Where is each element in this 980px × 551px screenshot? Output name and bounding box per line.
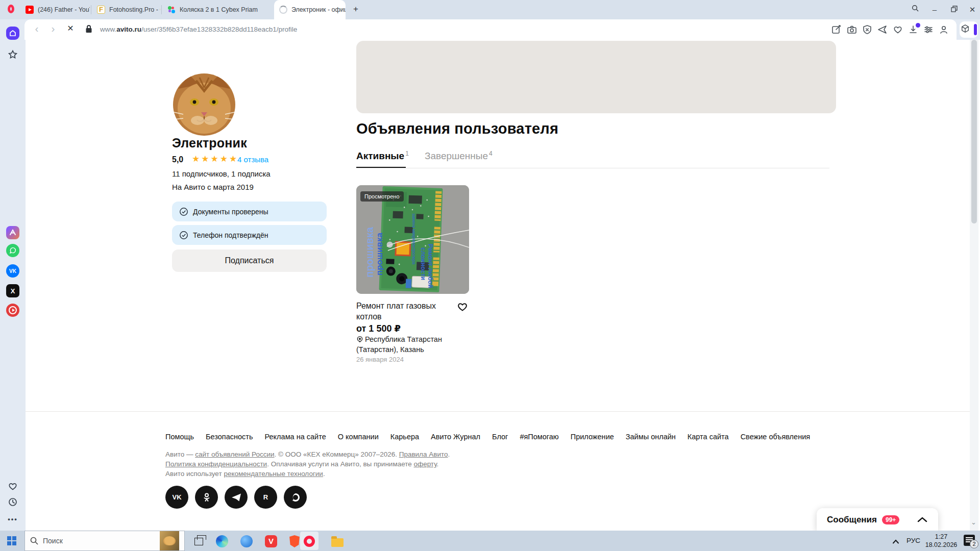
search-icon <box>30 537 38 545</box>
footer-link-loans[interactable]: Займы онлайн <box>626 433 676 441</box>
blue-app-icon[interactable] <box>240 535 253 548</box>
aria-ai-icon[interactable] <box>6 226 19 239</box>
windows-start-button[interactable] <box>7 536 16 545</box>
sidebar-heart-icon[interactable] <box>6 480 19 493</box>
footer-link-ads[interactable]: Реклама на сайте <box>265 433 326 441</box>
send-to-flow-icon[interactable] <box>877 24 889 36</box>
scrollbar-thumb[interactable] <box>971 40 977 223</box>
listing-photo[interactable]: Просмотрено прошивка прошивка замена мик… <box>356 185 469 294</box>
forward-button[interactable]: › <box>47 22 59 35</box>
rutube-social-icon[interactable]: R <box>254 486 277 509</box>
notification-center-icon[interactable]: 2 <box>964 535 975 546</box>
tab-fotohosting[interactable]: F Fotohosting.Pro - Фотохо <box>92 0 160 19</box>
footer-link-blog[interactable]: Блог <box>492 433 508 441</box>
tray-language[interactable]: РУС <box>906 537 920 544</box>
avatar[interactable] <box>173 73 235 136</box>
footer-link-ihelp[interactable]: #яПомогаю <box>520 433 558 441</box>
tab-kolyaska[interactable]: Коляска 2 в 1 Cybex Priam <box>162 0 273 19</box>
legal-link[interactable]: оферту <box>414 460 437 468</box>
profile-person-icon[interactable] <box>939 24 950 36</box>
snapshot-camera-icon[interactable] <box>847 24 858 36</box>
file-explorer-icon[interactable] <box>331 535 344 548</box>
footer-link-sitemap[interactable]: Карта сайта <box>688 433 729 441</box>
chrome-search-icon[interactable] <box>910 4 921 15</box>
badge-phone-verified: Телефон подтверждён <box>172 225 327 245</box>
legal-link[interactable]: Правила Авито <box>399 450 448 458</box>
listing-location: Республика Татарстан(Татарстан), Казань <box>356 334 453 355</box>
legal-link[interactable]: сайт объявлений России <box>195 450 274 458</box>
tray-expand-chevron[interactable] <box>889 535 902 548</box>
tray-date: 18.02.2026 <box>922 541 961 549</box>
avito-dots-icon <box>167 6 176 14</box>
tab-label: (246) Father - YouTube <box>38 6 90 13</box>
ok-social-icon[interactable] <box>195 486 218 509</box>
search-highlight-image[interactable] <box>160 531 179 550</box>
stop-loading-button[interactable]: ✕ <box>64 23 77 33</box>
messages-widget[interactable]: Сообщения 99+ <box>817 508 938 531</box>
scrollbar-down-arrow[interactable]: ⌄ <box>971 518 976 526</box>
vivaldi-browser-icon[interactable]: V <box>264 535 278 548</box>
edge-browser-icon[interactable] <box>215 535 229 548</box>
taskbar-search-box[interactable]: Поиск <box>24 531 185 551</box>
footer-link-about[interactable]: О компании <box>338 433 379 441</box>
bookmarks-star-icon[interactable] <box>6 48 19 61</box>
opera-logo-icon[interactable] <box>8 5 14 13</box>
watermark-right-2: сложности <box>420 247 427 280</box>
new-tab-button[interactable]: + <box>350 4 361 15</box>
favorite-heart-icon[interactable] <box>457 302 468 314</box>
subscribe-button[interactable]: Подписаться <box>172 249 327 272</box>
x-twitter-icon[interactable]: X <box>6 284 19 297</box>
chevron-up-icon[interactable] <box>917 515 928 524</box>
search-placeholder: Поиск <box>43 537 63 545</box>
telegram-social-icon[interactable] <box>225 486 248 509</box>
whatsapp-icon[interactable] <box>6 244 19 257</box>
lock-icon[interactable] <box>85 24 93 36</box>
legal-link[interactable]: рекомендательные технологии <box>224 470 323 478</box>
brave-browser-icon[interactable] <box>288 535 301 548</box>
vk-icon[interactable]: VK <box>6 264 19 278</box>
sidebar-more-icon[interactable]: ••• <box>6 512 19 525</box>
tab-active-listings[interactable]: Активные1 <box>356 150 409 162</box>
profile-cover-banner <box>356 41 836 113</box>
back-button[interactable]: ‹ <box>31 22 43 35</box>
listing-title[interactable]: Ремонт плат газовыхкотлов <box>356 300 448 322</box>
footer-link-journal[interactable]: Авито Журнал <box>431 433 480 441</box>
footer-link-career[interactable]: Карьера <box>390 433 419 441</box>
badge-documents-verified: Документы проверены <box>172 202 327 221</box>
tab-separator <box>91 5 91 14</box>
extensions-cube-icon[interactable] <box>961 24 972 35</box>
check-circle-icon <box>179 231 188 240</box>
edit-page-icon[interactable] <box>831 24 843 36</box>
history-clock-icon[interactable] <box>6 495 19 509</box>
video-player-icon[interactable] <box>6 304 19 317</box>
footer-link-safety[interactable]: Безопасность <box>206 433 253 441</box>
watermark-left-outer: прошивка <box>364 227 376 278</box>
minimize-button[interactable]: – <box>929 4 940 15</box>
tray-clock[interactable]: 1:27 18.02.2026 <box>922 533 961 549</box>
tab-label: Электроник - официальн <box>291 6 346 13</box>
opera-browser-icon[interactable] <box>303 535 316 548</box>
easy-setup-sliders-icon[interactable] <box>923 24 935 36</box>
tab-elektronik-active[interactable]: Электроник - официальн <box>274 0 346 19</box>
task-view-icon[interactable] <box>192 535 205 548</box>
close-button[interactable]: ✕ <box>967 4 978 15</box>
start-page-home-icon[interactable] <box>6 27 19 40</box>
footer-link-fresh[interactable]: Свежие объявления <box>741 433 810 441</box>
legal-link[interactable]: Политика конфиденциальности <box>165 460 267 468</box>
vk-social-icon[interactable]: VK <box>165 486 188 509</box>
sidebar-toggle[interactable] <box>974 24 977 35</box>
downloads-icon[interactable] <box>908 24 919 36</box>
restore-button[interactable] <box>948 4 960 15</box>
footer-link-app[interactable]: Приложение <box>571 433 614 441</box>
footer-link-help[interactable]: Помощь <box>165 433 194 441</box>
adblock-shield-icon[interactable] <box>862 24 873 36</box>
loading-spinner-icon <box>279 6 287 14</box>
favorite-heart-icon[interactable] <box>893 24 904 36</box>
tab-youtube[interactable]: (246) Father - YouTube <box>20 0 90 19</box>
footer-legal: Авито — сайт объявлений России. © ООО «К… <box>165 449 451 479</box>
tab-finished-listings[interactable]: Завершенные4 <box>425 150 493 162</box>
reviews-link[interactable]: 4 отзыва <box>237 155 268 164</box>
url-text[interactable]: www.avito.ru/user/35f6b37efae1328332b828… <box>100 26 297 33</box>
footer-divider <box>26 411 970 412</box>
dzen-social-icon[interactable] <box>284 486 307 509</box>
